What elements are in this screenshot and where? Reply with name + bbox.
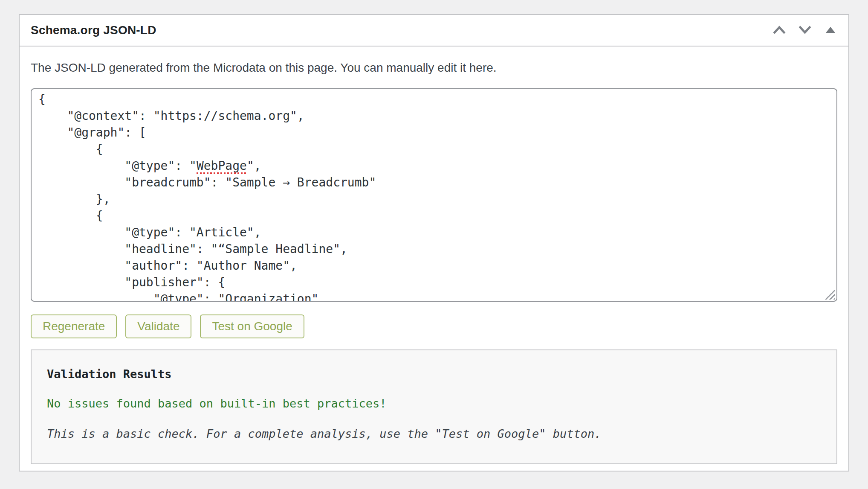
chevron-down-icon [799,25,811,36]
metabox-title: Schema.org JSON-LD [31,23,156,37]
validation-results-heading: Validation Results [47,367,821,381]
regenerate-button[interactable]: Regenerate [31,314,117,338]
test-on-google-button[interactable]: Test on Google [200,314,304,338]
move-up-button[interactable] [772,23,787,38]
metabox-body: The JSON-LD generated from the Microdata… [20,61,848,475]
triangle-up-icon [825,26,836,35]
chevron-up-icon [773,25,786,36]
metabox-handle-actions [772,23,838,38]
metabox-header: Schema.org JSON-LD [20,15,848,47]
validation-success-message: No issues found based on built-in best p… [47,397,821,410]
json-code: { "@context": "https://schema.org", "@gr… [38,91,830,302]
validate-button[interactable]: Validate [125,314,191,338]
jsonld-editor-textarea[interactable]: { "@context": "https://schema.org", "@gr… [31,88,837,302]
metabox-description: The JSON-LD generated from the Microdata… [31,61,837,75]
action-button-row: Regenerate Validate Test on Google [31,314,837,338]
schema-jsonld-metabox: Schema.org JSON-LD [19,14,849,472]
validation-results-panel: Validation Results No issues found based… [31,349,837,464]
move-down-button[interactable] [797,23,813,38]
toggle-panel-button[interactable] [823,23,838,38]
validation-note: This is a basic check. For a complete an… [47,427,821,440]
